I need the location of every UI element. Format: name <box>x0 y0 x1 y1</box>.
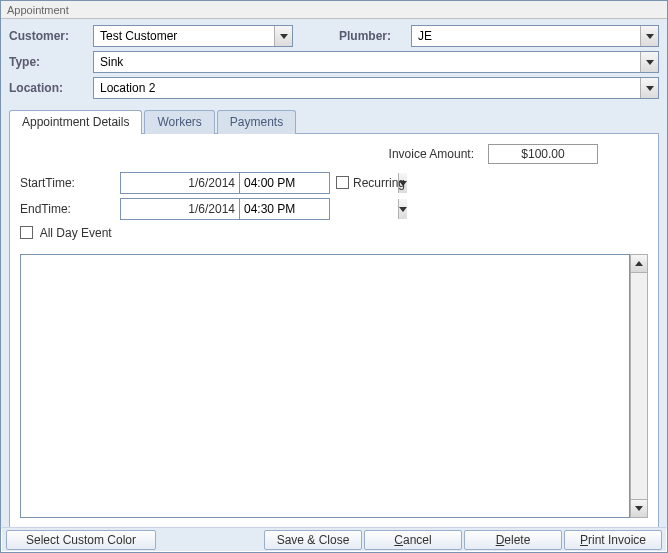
type-label: Type: <box>9 55 87 69</box>
chevron-up-icon <box>635 261 643 266</box>
invoice-amount-label: Invoice Amount: <box>389 147 474 161</box>
tab-payments[interactable]: Payments <box>217 110 296 134</box>
type-combo[interactable] <box>93 51 659 73</box>
allday-label: All Day Event <box>40 226 112 240</box>
chevron-down-icon <box>646 60 654 65</box>
endtime-label: EndTime: <box>20 202 120 216</box>
customer-combo[interactable] <box>93 25 293 47</box>
end-time-drop-icon[interactable] <box>398 199 407 219</box>
tab-container: Appointment Details Workers Payments Inv… <box>1 109 667 529</box>
save-close-button[interactable]: Save & Close <box>264 530 362 550</box>
chevron-down-icon <box>399 207 407 212</box>
appointment-window: Appointment Customer: Plumber: Type: Loc… <box>0 0 668 553</box>
location-combo[interactable] <box>93 77 659 99</box>
type-input[interactable] <box>94 52 640 72</box>
recurring-checkbox[interactable] <box>336 176 349 189</box>
customer-drop-icon[interactable] <box>274 26 292 46</box>
delete-button[interactable]: Delete <box>464 530 562 550</box>
invoice-amount-value: $100.00 <box>488 144 598 164</box>
cancel-button[interactable]: Cancel <box>364 530 462 550</box>
end-time-input[interactable] <box>240 199 398 219</box>
chevron-down-icon <box>635 506 643 511</box>
plumber-drop-icon[interactable] <box>640 26 658 46</box>
customer-label: Customer: <box>9 29 87 43</box>
window-title: Appointment <box>7 4 69 16</box>
location-label: Location: <box>9 81 87 95</box>
tab-workers[interactable]: Workers <box>144 110 214 134</box>
chevron-down-icon <box>646 86 654 91</box>
tab-appointment-details[interactable]: Appointment Details <box>9 110 142 134</box>
scroll-down-button[interactable] <box>631 499 647 517</box>
chevron-down-icon <box>646 34 654 39</box>
print-invoice-button[interactable]: Print Invoice <box>564 530 662 550</box>
chevron-down-icon <box>280 34 288 39</box>
bottom-toolbar: Select Custom Color Save & Close Cancel … <box>2 527 666 551</box>
scroll-up-button[interactable] <box>631 255 647 273</box>
select-custom-color-button[interactable]: Select Custom Color <box>6 530 156 550</box>
allday-checkbox[interactable] <box>20 226 33 239</box>
starttime-label: StartTime: <box>20 176 120 190</box>
end-time-combo[interactable] <box>240 198 330 220</box>
plumber-combo[interactable] <box>411 25 659 47</box>
location-input[interactable] <box>94 78 640 98</box>
start-date-input[interactable]: 1/6/2014 <box>120 172 240 194</box>
tab-page-appointment-details: Invoice Amount: $100.00 StartTime: 1/6/2… <box>9 133 659 529</box>
type-drop-icon[interactable] <box>640 52 658 72</box>
notes-scrollbar[interactable] <box>630 254 648 518</box>
window-titlebar: Appointment <box>1 1 667 19</box>
recurring-label: Recurring <box>353 176 405 190</box>
header-panel: Customer: Plumber: Type: Location: <box>1 19 667 109</box>
end-date-input[interactable]: 1/6/2014 <box>120 198 240 220</box>
notes-textarea[interactable] <box>20 254 630 518</box>
customer-input[interactable] <box>94 26 274 46</box>
plumber-input[interactable] <box>412 26 640 46</box>
location-drop-icon[interactable] <box>640 78 658 98</box>
start-time-combo[interactable] <box>240 172 330 194</box>
plumber-label: Plumber: <box>325 29 405 43</box>
tabstrip: Appointment Details Workers Payments <box>9 109 659 133</box>
